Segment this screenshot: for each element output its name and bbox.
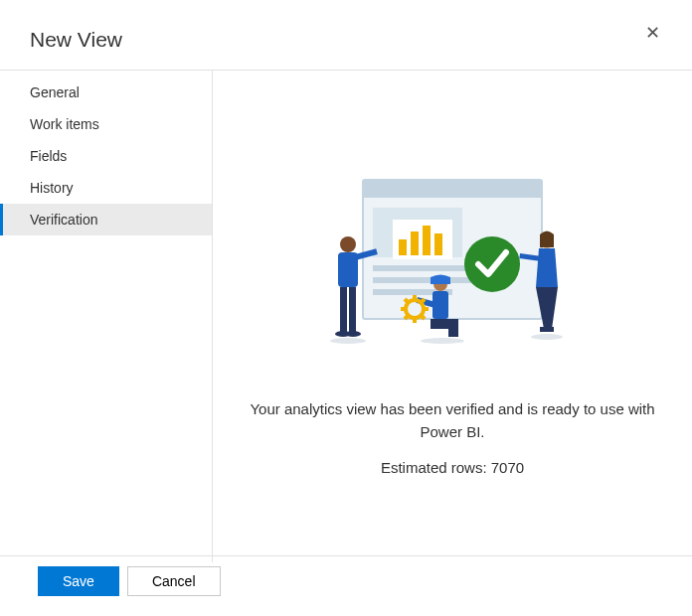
content-panel: Your analytics view has been verified an… xyxy=(213,71,692,562)
sidebar-item-history[interactable]: History xyxy=(0,172,212,204)
svg-point-18 xyxy=(345,331,361,337)
sidebar-item-work-items[interactable]: Work items xyxy=(0,108,212,140)
cancel-button[interactable]: Cancel xyxy=(127,566,221,596)
svg-rect-20 xyxy=(432,291,448,319)
sidebar-item-label: Fields xyxy=(30,148,67,164)
svg-rect-23 xyxy=(448,319,458,337)
close-icon: ✕ xyxy=(645,23,660,43)
svg-rect-6 xyxy=(423,226,431,255)
svg-line-31 xyxy=(405,315,409,319)
sidebar-item-label: Work items xyxy=(30,116,99,132)
svg-rect-16 xyxy=(349,287,356,332)
sidebar-item-label: History xyxy=(30,180,74,196)
sidebar-item-verification[interactable]: Verification xyxy=(0,204,212,235)
dialog-title: New View xyxy=(30,28,122,52)
svg-point-36 xyxy=(330,338,366,344)
dialog-header: New View ✕ xyxy=(0,0,692,70)
svg-line-29 xyxy=(405,299,409,303)
estimated-rows: Estimated rows: 7070 xyxy=(381,459,524,476)
svg-rect-15 xyxy=(340,287,347,332)
svg-rect-1 xyxy=(363,180,542,198)
svg-rect-5 xyxy=(411,231,419,255)
close-button[interactable]: ✕ xyxy=(643,22,662,44)
sidebar-item-fields[interactable]: Fields xyxy=(0,140,212,172)
svg-rect-4 xyxy=(399,239,407,255)
svg-line-32 xyxy=(421,299,425,303)
svg-rect-13 xyxy=(338,252,358,287)
dialog-body: General Work items Fields History Verifi… xyxy=(0,70,692,562)
svg-point-38 xyxy=(531,334,563,340)
svg-point-37 xyxy=(421,338,464,344)
save-button[interactable]: Save xyxy=(38,566,119,596)
svg-point-11 xyxy=(464,236,520,292)
verification-illustration xyxy=(323,170,582,369)
verification-message: Your analytics view has been verified an… xyxy=(244,398,661,443)
svg-point-12 xyxy=(340,236,356,252)
svg-rect-7 xyxy=(434,233,442,255)
svg-rect-8 xyxy=(373,265,472,271)
sidebar-item-label: General xyxy=(30,84,80,100)
svg-line-30 xyxy=(421,315,425,319)
sidebar: General Work items Fields History Verifi… xyxy=(0,71,213,562)
svg-rect-35 xyxy=(540,327,554,332)
sidebar-item-general[interactable]: General xyxy=(0,77,212,108)
dialog-footer: Save Cancel xyxy=(0,555,692,606)
sidebar-item-label: Verification xyxy=(30,212,97,228)
